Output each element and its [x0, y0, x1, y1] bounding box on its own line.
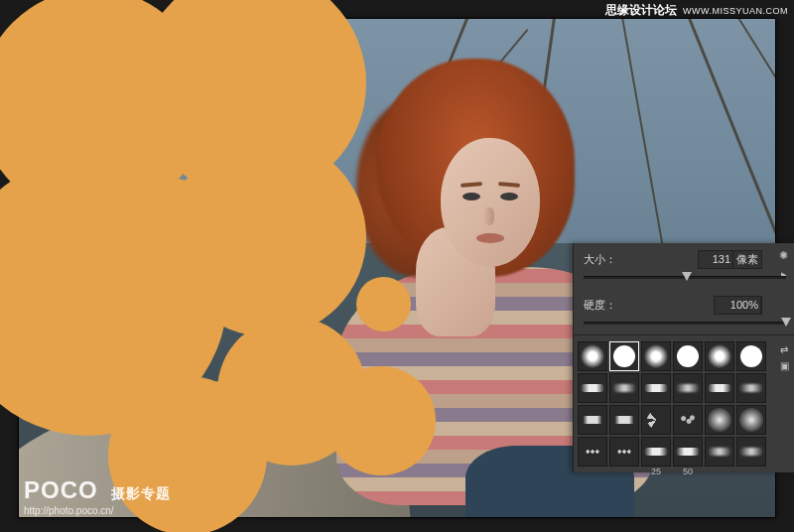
size-unit: 像素 [733, 251, 761, 268]
preset-side-controls: ⇄ ▣ [776, 341, 792, 466]
hardness-slider-thumb[interactable] [781, 318, 791, 327]
brush-dots-1[interactable] [578, 437, 607, 466]
hardness-value: 100% [715, 297, 761, 314]
brush-taper-4[interactable] [736, 437, 766, 466]
brush-taper-25[interactable]: 25 [641, 437, 671, 466]
poco-subtitle: 摄影专题 [111, 485, 171, 501]
poco-url: http://photo.poco.cn/ [24, 505, 171, 516]
brush-soft-round-3[interactable] [705, 341, 734, 371]
brush-hard-round[interactable] [609, 341, 639, 371]
brush-dot [327, 366, 436, 475]
panel-divider [574, 334, 794, 335]
brush-spray-2[interactable] [736, 405, 766, 435]
brush-fan[interactable] [641, 405, 671, 435]
brush-stroke-6[interactable] [736, 373, 766, 403]
size-value: 131 [699, 251, 733, 268]
watermark-top-right: 思缘设计论坛 WWW.MISSYUAN.COM [605, 2, 788, 19]
brush-stroke-4[interactable] [673, 373, 703, 403]
size-slider-thumb[interactable] [682, 272, 692, 281]
new-preset-icon[interactable]: ▣ [778, 359, 790, 371]
size-label: 大小： [584, 252, 617, 267]
hardness-input[interactable]: 100% [714, 296, 762, 315]
poco-brand: POCO [24, 476, 98, 503]
swap-icon[interactable]: ⇄ [778, 343, 790, 355]
hardness-slider[interactable] [584, 317, 786, 329]
brush-preset-grid: 25 50 [578, 341, 776, 466]
hardness-row: 硬度： 100% [574, 289, 794, 317]
brush-dot [356, 277, 411, 332]
brush-cluster[interactable] [673, 405, 703, 435]
brush-taper-50[interactable]: 50 [673, 437, 703, 466]
gear-icon[interactable]: ✺ [777, 249, 790, 262]
brush-soft-round[interactable] [578, 341, 607, 371]
brush-flat-1[interactable] [578, 405, 607, 435]
brush-options-panel: ✺ ▸ 大小： 131 像素 硬度： 100% [573, 243, 794, 472]
hardness-label: 硬度： [584, 298, 617, 313]
size-row: 大小： 131 像素 [574, 243, 794, 271]
brush-stroke-5[interactable] [705, 373, 734, 403]
watermark-url: WWW.MISSYUAN.COM [683, 6, 788, 16]
watermark-text: 思缘设计论坛 [605, 2, 677, 19]
brush-stroke-3[interactable] [641, 373, 671, 403]
brush-spray-1[interactable] [705, 405, 734, 435]
watermark-bottom-left: POCO 摄影专题 http://photo.poco.cn/ [24, 476, 171, 516]
brush-soft-round-2[interactable] [641, 341, 671, 371]
size-slider[interactable] [584, 271, 786, 283]
brush-dots-2[interactable] [609, 437, 639, 466]
brush-hard-round-3[interactable] [736, 341, 766, 371]
brush-hard-round-2[interactable] [673, 341, 703, 371]
size-input[interactable]: 131 像素 [698, 250, 762, 269]
brush-stroke-1[interactable] [578, 373, 607, 403]
brush-taper-3[interactable] [705, 437, 734, 466]
brush-stroke-2[interactable] [609, 373, 639, 403]
brush-flat-2[interactable] [609, 405, 639, 435]
brush-dot [108, 178, 227, 297]
